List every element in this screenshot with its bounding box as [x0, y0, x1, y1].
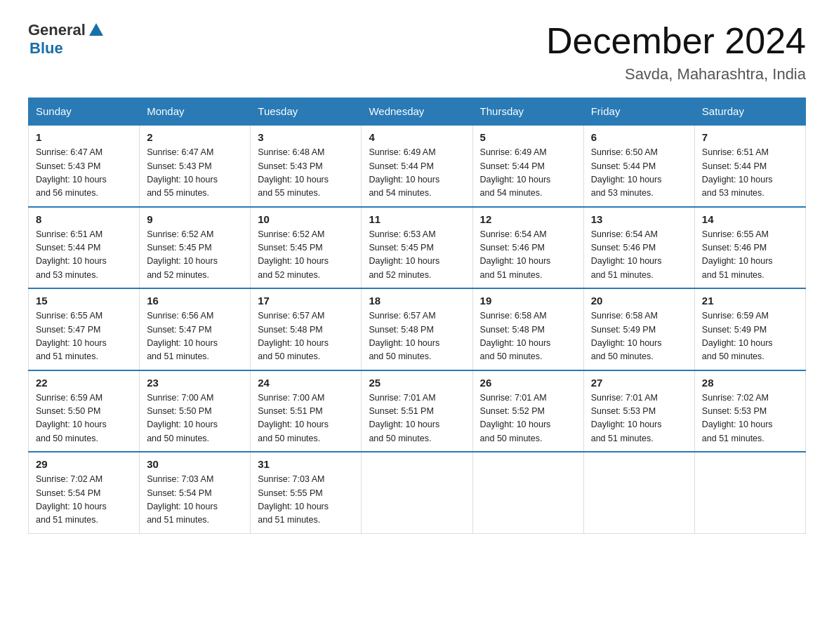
day-info: Sunrise: 6:57 AMSunset: 5:48 PMDaylight:… — [258, 311, 329, 361]
calendar-cell: 8 Sunrise: 6:51 AMSunset: 5:44 PMDayligh… — [29, 207, 140, 289]
day-of-week-header: Tuesday — [251, 98, 362, 126]
day-number: 6 — [591, 131, 687, 143]
day-info: Sunrise: 7:02 AMSunset: 5:54 PMDaylight:… — [36, 474, 107, 525]
logo-triangle-icon — [89, 23, 103, 36]
calendar-cell — [472, 452, 583, 533]
day-info: Sunrise: 7:01 AMSunset: 5:51 PMDaylight:… — [369, 393, 439, 443]
day-number: 19 — [480, 295, 576, 307]
calendar-cell: 2 Sunrise: 6:47 AMSunset: 5:43 PMDayligh… — [140, 125, 251, 207]
calendar-cell — [362, 452, 472, 533]
calendar-cell: 31 Sunrise: 7:03 AMSunset: 5:55 PMDaylig… — [251, 452, 362, 533]
day-number: 7 — [702, 131, 798, 143]
day-info: Sunrise: 6:55 AMSunset: 5:47 PMDaylight:… — [36, 311, 107, 361]
logo-general-text: General — [28, 21, 86, 39]
day-number: 30 — [147, 458, 243, 470]
calendar-week-row: 8 Sunrise: 6:51 AMSunset: 5:44 PMDayligh… — [29, 207, 806, 289]
day-info: Sunrise: 6:47 AMSunset: 5:43 PMDaylight:… — [36, 147, 107, 198]
day-info: Sunrise: 6:55 AMSunset: 5:46 PMDaylight:… — [702, 229, 773, 280]
day-info: Sunrise: 7:02 AMSunset: 5:53 PMDaylight:… — [702, 393, 773, 443]
day-number: 12 — [480, 213, 576, 225]
calendar-cell: 5 Sunrise: 6:49 AMSunset: 5:44 PMDayligh… — [472, 125, 583, 207]
day-number: 17 — [258, 295, 354, 307]
day-number: 2 — [147, 131, 243, 143]
day-info: Sunrise: 7:03 AMSunset: 5:55 PMDaylight:… — [258, 474, 329, 525]
calendar-cell: 14 Sunrise: 6:55 AMSunset: 5:46 PMDaylig… — [694, 207, 805, 289]
day-number: 3 — [258, 131, 354, 143]
day-number: 14 — [702, 213, 798, 225]
day-of-week-header: Sunday — [29, 98, 140, 126]
day-info: Sunrise: 6:53 AMSunset: 5:45 PMDaylight:… — [369, 229, 439, 280]
calendar-cell: 3 Sunrise: 6:48 AMSunset: 5:43 PMDayligh… — [251, 125, 362, 207]
calendar-cell: 29 Sunrise: 7:02 AMSunset: 5:54 PMDaylig… — [29, 452, 140, 533]
day-number: 21 — [702, 295, 798, 307]
day-info: Sunrise: 6:47 AMSunset: 5:43 PMDaylight:… — [147, 147, 218, 198]
day-number: 18 — [369, 295, 465, 307]
calendar-cell: 28 Sunrise: 7:02 AMSunset: 5:53 PMDaylig… — [694, 370, 805, 452]
day-number: 29 — [36, 458, 132, 470]
day-number: 1 — [36, 131, 132, 143]
day-of-week-header: Monday — [140, 98, 251, 126]
day-info: Sunrise: 6:52 AMSunset: 5:45 PMDaylight:… — [258, 229, 329, 280]
calendar-table: SundayMondayTuesdayWednesdayThursdayFrid… — [28, 98, 806, 534]
day-info: Sunrise: 6:57 AMSunset: 5:48 PMDaylight:… — [369, 311, 439, 361]
day-info: Sunrise: 6:54 AMSunset: 5:46 PMDaylight:… — [480, 229, 551, 280]
title-block: December 2024 Savda, Maharashtra, India — [546, 21, 806, 83]
day-info: Sunrise: 6:50 AMSunset: 5:44 PMDaylight:… — [591, 147, 662, 198]
calendar-cell: 21 Sunrise: 6:59 AMSunset: 5:49 PMDaylig… — [694, 288, 805, 370]
day-number: 22 — [36, 377, 132, 389]
calendar-week-row: 1 Sunrise: 6:47 AMSunset: 5:43 PMDayligh… — [29, 125, 806, 207]
day-number: 8 — [36, 213, 132, 225]
calendar-week-row: 15 Sunrise: 6:55 AMSunset: 5:47 PMDaylig… — [29, 288, 806, 370]
day-info: Sunrise: 6:51 AMSunset: 5:44 PMDaylight:… — [36, 229, 107, 280]
calendar-cell: 10 Sunrise: 6:52 AMSunset: 5:45 PMDaylig… — [251, 207, 362, 289]
calendar-week-row: 29 Sunrise: 7:02 AMSunset: 5:54 PMDaylig… — [29, 452, 806, 533]
day-number: 5 — [480, 131, 576, 143]
day-info: Sunrise: 6:49 AMSunset: 5:44 PMDaylight:… — [480, 147, 551, 198]
day-number: 25 — [369, 377, 465, 389]
calendar-cell: 19 Sunrise: 6:58 AMSunset: 5:48 PMDaylig… — [472, 288, 583, 370]
calendar-cell: 26 Sunrise: 7:01 AMSunset: 5:52 PMDaylig… — [472, 370, 583, 452]
day-number: 11 — [369, 213, 465, 225]
day-number: 27 — [591, 377, 687, 389]
day-info: Sunrise: 7:01 AMSunset: 5:52 PMDaylight:… — [480, 393, 551, 443]
subtitle: Savda, Maharashtra, India — [546, 65, 806, 83]
calendar-cell — [694, 452, 805, 533]
svg-marker-0 — [89, 23, 103, 36]
day-info: Sunrise: 7:00 AMSunset: 5:51 PMDaylight:… — [258, 393, 329, 443]
calendar-cell: 6 Sunrise: 6:50 AMSunset: 5:44 PMDayligh… — [583, 125, 694, 207]
day-number: 9 — [147, 213, 243, 225]
day-info: Sunrise: 6:48 AMSunset: 5:43 PMDaylight:… — [258, 147, 329, 198]
calendar-cell: 25 Sunrise: 7:01 AMSunset: 5:51 PMDaylig… — [362, 370, 472, 452]
day-info: Sunrise: 6:59 AMSunset: 5:50 PMDaylight:… — [36, 393, 107, 443]
day-info: Sunrise: 7:00 AMSunset: 5:50 PMDaylight:… — [147, 393, 218, 443]
day-number: 10 — [258, 213, 354, 225]
day-info: Sunrise: 6:52 AMSunset: 5:45 PMDaylight:… — [147, 229, 218, 280]
calendar-cell: 24 Sunrise: 7:00 AMSunset: 5:51 PMDaylig… — [251, 370, 362, 452]
calendar-cell: 17 Sunrise: 6:57 AMSunset: 5:48 PMDaylig… — [251, 288, 362, 370]
day-info: Sunrise: 6:58 AMSunset: 5:48 PMDaylight:… — [480, 311, 551, 361]
day-number: 24 — [258, 377, 354, 389]
calendar-cell: 18 Sunrise: 6:57 AMSunset: 5:48 PMDaylig… — [362, 288, 472, 370]
logo: General Blue — [28, 21, 103, 58]
logo-blue-text: Blue — [29, 39, 63, 58]
calendar-week-row: 22 Sunrise: 6:59 AMSunset: 5:50 PMDaylig… — [29, 370, 806, 452]
calendar-cell: 13 Sunrise: 6:54 AMSunset: 5:46 PMDaylig… — [583, 207, 694, 289]
day-info: Sunrise: 7:03 AMSunset: 5:54 PMDaylight:… — [147, 474, 218, 525]
calendar-cell: 9 Sunrise: 6:52 AMSunset: 5:45 PMDayligh… — [140, 207, 251, 289]
calendar-cell: 7 Sunrise: 6:51 AMSunset: 5:44 PMDayligh… — [694, 125, 805, 207]
calendar-cell: 27 Sunrise: 7:01 AMSunset: 5:53 PMDaylig… — [583, 370, 694, 452]
day-number: 13 — [591, 213, 687, 225]
day-number: 16 — [147, 295, 243, 307]
day-info: Sunrise: 7:01 AMSunset: 5:53 PMDaylight:… — [591, 393, 662, 443]
day-info: Sunrise: 6:56 AMSunset: 5:47 PMDaylight:… — [147, 311, 218, 361]
day-number: 23 — [147, 377, 243, 389]
calendar-cell: 12 Sunrise: 6:54 AMSunset: 5:46 PMDaylig… — [472, 207, 583, 289]
day-info: Sunrise: 6:49 AMSunset: 5:44 PMDaylight:… — [369, 147, 439, 198]
day-number: 20 — [591, 295, 687, 307]
calendar-cell: 16 Sunrise: 6:56 AMSunset: 5:47 PMDaylig… — [140, 288, 251, 370]
day-number: 26 — [480, 377, 576, 389]
day-of-week-header: Wednesday — [362, 98, 472, 126]
calendar-cell: 30 Sunrise: 7:03 AMSunset: 5:54 PMDaylig… — [140, 452, 251, 533]
calendar-header-row: SundayMondayTuesdayWednesdayThursdayFrid… — [29, 98, 806, 126]
day-number: 31 — [258, 458, 354, 470]
